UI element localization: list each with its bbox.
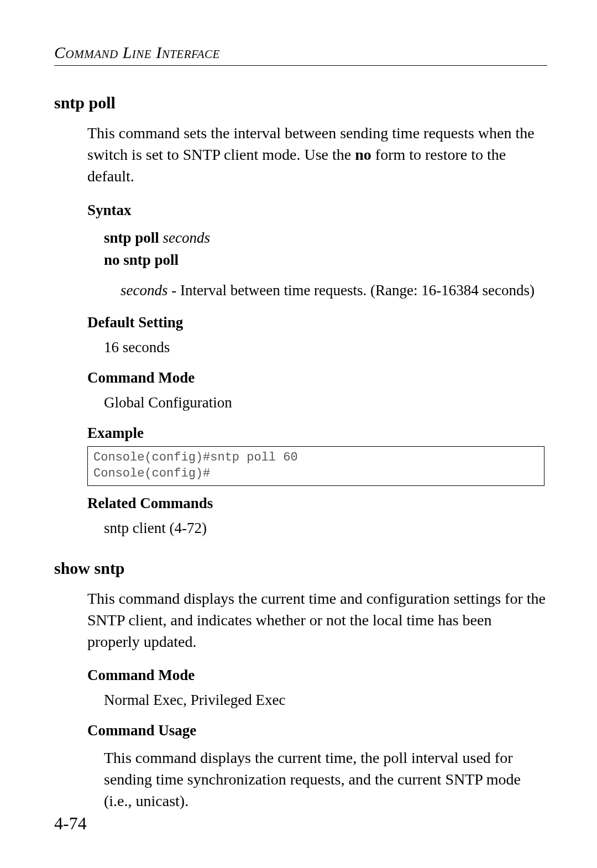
example-code-block: Console(config)#sntp poll 60 Console(con… — [87, 446, 544, 485]
usage-text: This command displays the current time, … — [104, 747, 547, 812]
syntax-cmd2: no sntp poll — [104, 252, 179, 268]
related-value: sntp client (4-72) — [104, 520, 547, 537]
default-heading: Default Setting — [87, 314, 547, 331]
usage-heading: Command Usage — [87, 722, 547, 739]
example-heading: Example — [87, 425, 547, 442]
mode-heading-1: Command Mode — [87, 369, 547, 386]
mode-value-1: Global Configuration — [104, 394, 547, 411]
section-title-show-sntp: show sntp — [54, 559, 547, 578]
section-title-sntp-poll: sntp poll — [54, 93, 547, 112]
intro-bold-no: no — [355, 146, 371, 163]
default-value: 16 seconds — [104, 339, 547, 356]
param-text: - Interval between time requests. (Range… — [167, 282, 535, 299]
syntax-cmd1: sntp poll — [104, 229, 159, 246]
mode-value-2: Normal Exec, Privileged Exec — [104, 692, 547, 709]
show-sntp-intro: This command displays the current time a… — [87, 588, 547, 653]
page-number: 4-74 — [54, 813, 87, 834]
syntax-heading: Syntax — [87, 202, 547, 219]
sntp-poll-intro: This command sets the interval between s… — [87, 122, 547, 187]
param-name: seconds — [121, 282, 167, 299]
mode-heading-2: Command Mode — [87, 667, 547, 684]
syntax-arg1: seconds — [163, 229, 210, 246]
running-head: Command Line Interface — [54, 43, 547, 62]
param-desc: seconds - Interval between time requests… — [121, 280, 547, 301]
related-heading: Related Commands — [87, 495, 547, 512]
header-rule — [54, 65, 547, 66]
syntax-block: sntp poll seconds no sntp poll — [104, 227, 547, 271]
